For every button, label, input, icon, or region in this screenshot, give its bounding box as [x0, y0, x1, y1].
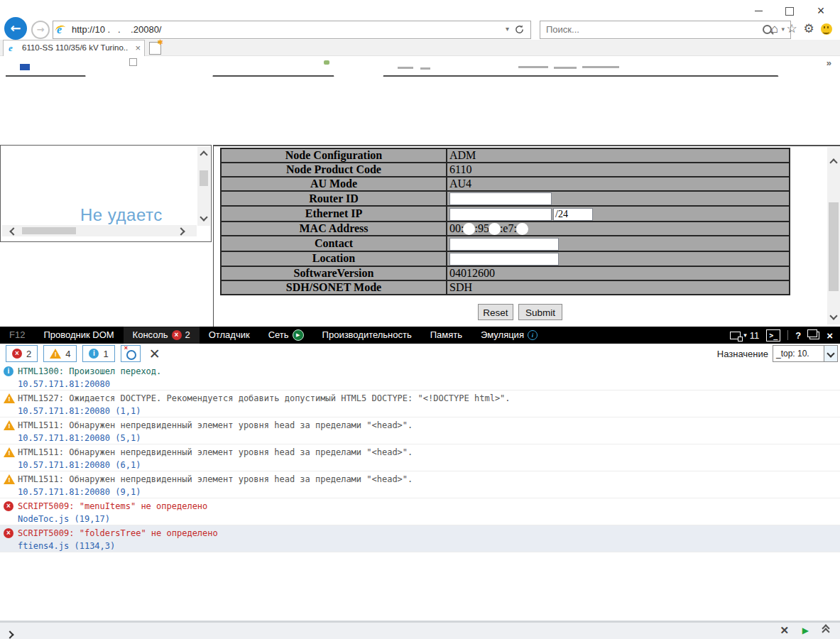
feedback-smiley-icon[interactable]	[821, 23, 832, 35]
devtools-tab-performance[interactable]: Производительность	[313, 327, 421, 344]
config-value-text: SDH	[449, 281, 472, 293]
maximize-button[interactable]	[778, 3, 802, 18]
target-console-icon[interactable]: >_	[766, 329, 780, 342]
console-message-source[interactable]: 10.57.171.81:20080 (9,1)	[18, 487, 141, 497]
clear-console-icon[interactable]: ✕	[149, 346, 160, 362]
scroll-right-icon[interactable]	[177, 227, 185, 235]
target-select-arrow[interactable]	[824, 346, 837, 361]
console-message-source[interactable]: ftiens4.js (1134,3)	[18, 541, 115, 551]
address-bar[interactable]: e http://10 . . .20080/ ▾	[53, 21, 531, 39]
network-play-icon: ▶	[293, 329, 304, 341]
config-value-router-id	[447, 191, 790, 206]
dock-sub-icon	[807, 329, 817, 337]
devtools-tab-memory[interactable]: Память	[421, 327, 471, 344]
address-dropdown-icon[interactable]: ▾	[506, 25, 509, 33]
config-value-ethernet-ip	[447, 206, 790, 221]
mac-fragment: :e7:	[500, 222, 517, 234]
console-message-text: SCRIPT5009: "foldersTree" не определено	[18, 528, 218, 538]
scroll-down-icon[interactable]	[200, 213, 207, 221]
filter-count: 1	[103, 349, 108, 359]
scrollbar-thumb[interactable]	[829, 202, 839, 291]
ethernet-ip-input[interactable]	[449, 208, 552, 221]
doc-mode-selector[interactable]: ▾11	[730, 330, 759, 341]
console-run-icon[interactable]: ▶	[802, 626, 809, 635]
config-row-mac-address: MAC Address00::95:e7:	[221, 222, 790, 236]
console-message-text: HTML1511: Обнаружен непредвиденный элеме…	[18, 420, 413, 430]
console-message: ×SCRIPT5009: "foldersTree" не определено…	[0, 525, 840, 552]
favorites-star-icon[interactable]: ☆	[784, 21, 800, 37]
devtools-tab-console[interactable]: Консоль×2	[124, 327, 200, 344]
url-text[interactable]: http://10 . . .20080/	[72, 24, 161, 35]
tab-close-icon[interactable]: ×	[135, 43, 141, 53]
devtools-tab-debugger[interactable]: Отладчик	[200, 327, 259, 344]
doc-mode-dropdown-icon: ▾	[743, 332, 747, 339]
help-button[interactable]: ?	[795, 330, 801, 341]
config-label-ethernet-ip: Ethernet IP	[221, 206, 447, 221]
error-icon: ×	[4, 528, 13, 538]
console-expand-icon[interactable]	[823, 626, 829, 633]
scroll-up-icon[interactable]	[200, 151, 207, 158]
reset-button[interactable]: Reset	[478, 304, 513, 320]
filter-count: 2	[26, 349, 31, 359]
devtools-tab-dom-explorer[interactable]: Проводник DOM	[34, 327, 123, 344]
scroll-down-icon[interactable]	[829, 312, 837, 320]
console-message: !HTML1527: Ожидается DOCTYPE. Рекомендуе…	[0, 390, 840, 417]
config-label-node-product-code: Node Product Code	[221, 163, 447, 177]
scrollbar-thumb[interactable]	[22, 227, 76, 234]
minimize-button[interactable]	[746, 3, 770, 18]
console-message-source[interactable]: 10.57.171.81:20080 (6,1)	[18, 460, 141, 470]
target-select[interactable]: _top: 10. :20080	[773, 345, 838, 362]
redacted-icon	[129, 58, 137, 66]
left-frame-vertical-scrollbar[interactable]	[197, 146, 210, 226]
forward-button[interactable]: →	[31, 21, 50, 39]
main-vertical-scrollbar[interactable]	[827, 147, 840, 324]
home-icon[interactable]: ⌂	[767, 21, 782, 37]
console-message-source[interactable]: 10.57.171.81:20080	[18, 379, 110, 389]
router-id-input[interactable]	[449, 192, 552, 205]
tab-row: e 6110-SS 110/35/6 kV Turino... × ✱	[0, 40, 840, 56]
browser-tab[interactable]: e 6110-SS 110/35/6 kV Turino... ×	[3, 40, 145, 56]
dock-icon[interactable]	[809, 332, 819, 339]
filter-warning-button[interactable]: !4	[43, 345, 77, 362]
search-input[interactable]	[545, 23, 739, 36]
close-button[interactable]: ×	[809, 3, 833, 18]
contact-input[interactable]	[449, 238, 559, 251]
search-box[interactable]: ▾	[540, 21, 791, 39]
devtools-tab-f12[interactable]: F12	[0, 327, 34, 344]
warning-exclamation: !	[4, 476, 15, 484]
refresh-icon[interactable]	[514, 24, 525, 35]
devtools-tab-emulation[interactable]: Эмуляцияi	[471, 327, 547, 344]
left-frame-horizontal-scrollbar[interactable]	[2, 225, 197, 236]
tab-label: Консоль	[133, 327, 168, 344]
filter-info-button[interactable]: i1	[82, 345, 114, 362]
config-label-node-configuration: Node Configuration	[221, 148, 447, 163]
console-input-bar[interactable]: ✕ ▶	[0, 621, 840, 639]
redacted-smudge	[582, 66, 619, 68]
console-message-source[interactable]: 10.57.171.81:20080 (5,1)	[18, 433, 141, 443]
console-message-source[interactable]: NodeToc.js (19,17)	[18, 514, 110, 524]
maximize-icon	[785, 7, 794, 16]
error-page-heading: Не удаетс	[80, 205, 163, 225]
scroll-left-icon[interactable]	[9, 227, 17, 235]
tab-label: Эмуляция	[481, 327, 524, 344]
chevron-overflow-icon[interactable]: »	[827, 58, 831, 68]
filter-error-button[interactable]: ×2	[6, 345, 38, 362]
console-clear-input-icon[interactable]: ✕	[780, 624, 789, 637]
location-input[interactable]	[449, 253, 559, 266]
redaction-blob	[334, 70, 383, 80]
devtools-tab-network[interactable]: Сеть▶	[259, 327, 313, 344]
filter-count: 4	[65, 349, 70, 359]
console-message-source[interactable]: 10.57.171.81:20080 (1,1)	[18, 406, 141, 416]
new-tab-button[interactable]: ✱	[149, 42, 161, 55]
clear-on-navigate-button[interactable]: ×	[121, 345, 141, 362]
submit-button[interactable]: Submit	[518, 304, 562, 320]
back-button[interactable]: ←	[4, 17, 27, 40]
config-value-mac-address: 00::95:e7:	[447, 222, 790, 236]
scroll-up-icon[interactable]	[829, 158, 837, 166]
mac-fragment: :95	[474, 222, 489, 234]
warning-icon: !	[50, 349, 61, 359]
ethernet-ip-prefix-input[interactable]	[553, 208, 593, 221]
devtools-close-icon[interactable]: ×	[827, 329, 833, 342]
settings-gear-icon[interactable]: ⚙	[801, 21, 817, 37]
scrollbar-thumb[interactable]	[200, 170, 208, 186]
